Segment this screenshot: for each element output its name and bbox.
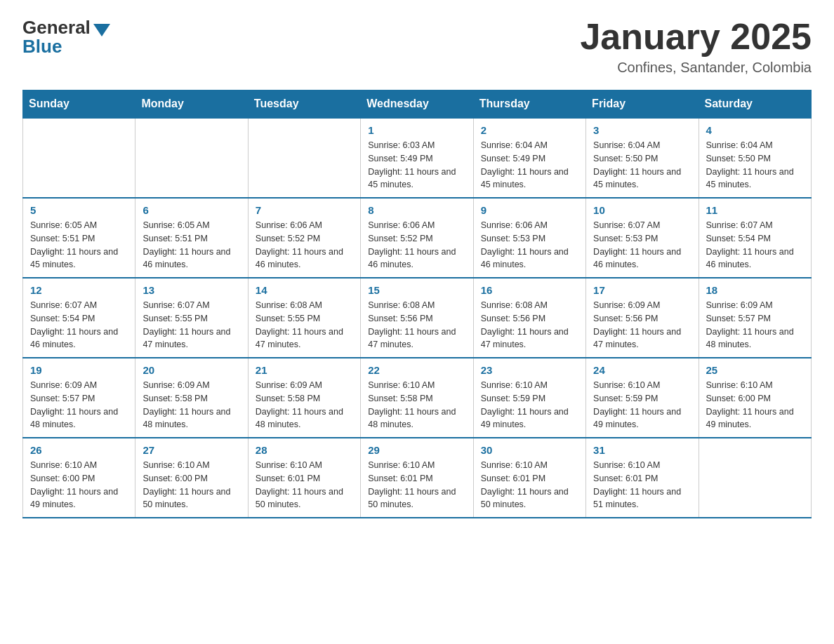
day-info: Sunrise: 6:10 AM Sunset: 6:01 PM Dayligh… [256, 459, 353, 511]
day-info: Sunrise: 6:10 AM Sunset: 6:00 PM Dayligh… [143, 459, 240, 511]
calendar-cell: 12Sunrise: 6:07 AM Sunset: 5:54 PM Dayli… [23, 278, 135, 358]
calendar-week-row: 26Sunrise: 6:10 AM Sunset: 6:00 PM Dayli… [23, 438, 812, 518]
day-info: Sunrise: 6:09 AM Sunset: 5:56 PM Dayligh… [593, 299, 691, 351]
calendar-cell: 3Sunrise: 6:04 AM Sunset: 5:50 PM Daylig… [586, 118, 699, 198]
weekday-header-tuesday: Tuesday [248, 90, 360, 119]
day-number: 20 [143, 364, 240, 376]
day-number: 30 [481, 444, 578, 456]
day-number: 17 [593, 284, 691, 296]
day-number: 27 [143, 444, 240, 456]
logo-triangle-icon [93, 24, 110, 36]
day-info: Sunrise: 6:08 AM Sunset: 5:56 PM Dayligh… [368, 299, 465, 351]
day-number: 7 [256, 204, 353, 216]
day-info: Sunrise: 6:05 AM Sunset: 5:51 PM Dayligh… [30, 219, 128, 271]
day-number: 15 [368, 284, 465, 296]
day-number: 6 [143, 204, 240, 216]
calendar-cell: 22Sunrise: 6:10 AM Sunset: 5:58 PM Dayli… [361, 358, 473, 438]
day-number: 29 [368, 444, 465, 456]
calendar-cell [699, 438, 811, 518]
day-info: Sunrise: 6:07 AM Sunset: 5:54 PM Dayligh… [30, 299, 128, 351]
day-info: Sunrise: 6:07 AM Sunset: 5:53 PM Dayligh… [593, 219, 691, 271]
day-number: 14 [256, 284, 353, 296]
day-number: 12 [30, 284, 128, 296]
calendar-cell: 31Sunrise: 6:10 AM Sunset: 6:01 PM Dayli… [586, 438, 699, 518]
calendar-cell: 7Sunrise: 6:06 AM Sunset: 5:52 PM Daylig… [248, 198, 360, 278]
calendar-cell: 5Sunrise: 6:05 AM Sunset: 5:51 PM Daylig… [23, 198, 135, 278]
day-info: Sunrise: 6:10 AM Sunset: 5:59 PM Dayligh… [593, 379, 691, 431]
day-number: 19 [30, 364, 128, 376]
calendar-cell [23, 118, 135, 198]
calendar-cell: 11Sunrise: 6:07 AM Sunset: 5:54 PM Dayli… [699, 198, 811, 278]
calendar-cell: 18Sunrise: 6:09 AM Sunset: 5:57 PM Dayli… [699, 278, 811, 358]
day-info: Sunrise: 6:07 AM Sunset: 5:55 PM Dayligh… [143, 299, 240, 351]
calendar-cell: 4Sunrise: 6:04 AM Sunset: 5:50 PM Daylig… [699, 118, 811, 198]
calendar-cell: 6Sunrise: 6:05 AM Sunset: 5:51 PM Daylig… [135, 198, 248, 278]
calendar-cell: 25Sunrise: 6:10 AM Sunset: 6:00 PM Dayli… [699, 358, 811, 438]
calendar-cell: 24Sunrise: 6:10 AM Sunset: 5:59 PM Dayli… [586, 358, 699, 438]
calendar-cell: 23Sunrise: 6:10 AM Sunset: 5:59 PM Dayli… [473, 358, 585, 438]
day-number: 21 [256, 364, 353, 376]
day-number: 13 [143, 284, 240, 296]
calendar-cell [135, 118, 248, 198]
day-number: 5 [30, 204, 128, 216]
day-info: Sunrise: 6:10 AM Sunset: 6:00 PM Dayligh… [706, 379, 804, 431]
day-number: 28 [256, 444, 353, 456]
calendar-cell: 27Sunrise: 6:10 AM Sunset: 6:00 PM Dayli… [135, 438, 248, 518]
day-info: Sunrise: 6:03 AM Sunset: 5:49 PM Dayligh… [368, 139, 465, 192]
day-number: 16 [481, 284, 578, 296]
day-info: Sunrise: 6:06 AM Sunset: 5:52 PM Dayligh… [368, 219, 465, 271]
day-info: Sunrise: 6:09 AM Sunset: 5:57 PM Dayligh… [30, 379, 128, 431]
calendar-cell: 17Sunrise: 6:09 AM Sunset: 5:56 PM Dayli… [586, 278, 699, 358]
day-info: Sunrise: 6:04 AM Sunset: 5:50 PM Dayligh… [593, 139, 691, 192]
calendar-cell: 29Sunrise: 6:10 AM Sunset: 6:01 PM Dayli… [361, 438, 473, 518]
day-info: Sunrise: 6:08 AM Sunset: 5:55 PM Dayligh… [256, 299, 353, 351]
calendar-cell: 9Sunrise: 6:06 AM Sunset: 5:53 PM Daylig… [473, 198, 585, 278]
calendar-table: SundayMondayTuesdayWednesdayThursdayFrid… [22, 90, 812, 518]
title-section: January 2025 Confines, Santander, Colomb… [580, 17, 812, 76]
calendar-cell [248, 118, 360, 198]
weekday-header-sunday: Sunday [23, 90, 135, 119]
day-info: Sunrise: 6:04 AM Sunset: 5:50 PM Dayligh… [706, 139, 804, 192]
day-number: 24 [593, 364, 691, 376]
day-info: Sunrise: 6:10 AM Sunset: 6:00 PM Dayligh… [30, 459, 128, 511]
calendar-cell: 13Sunrise: 6:07 AM Sunset: 5:55 PM Dayli… [135, 278, 248, 358]
day-number: 9 [481, 204, 578, 216]
day-info: Sunrise: 6:10 AM Sunset: 5:59 PM Dayligh… [481, 379, 578, 431]
day-info: Sunrise: 6:09 AM Sunset: 5:58 PM Dayligh… [143, 379, 240, 431]
day-number: 2 [481, 124, 578, 136]
day-info: Sunrise: 6:09 AM Sunset: 5:58 PM Dayligh… [256, 379, 353, 431]
day-info: Sunrise: 6:07 AM Sunset: 5:54 PM Dayligh… [706, 219, 804, 271]
day-number: 1 [368, 124, 465, 136]
day-number: 3 [593, 124, 691, 136]
page-header: General Blue January 2025 Confines, Sant… [22, 17, 812, 76]
day-info: Sunrise: 6:05 AM Sunset: 5:51 PM Dayligh… [143, 219, 240, 271]
calendar-cell: 20Sunrise: 6:09 AM Sunset: 5:58 PM Dayli… [135, 358, 248, 438]
logo-blue-text: Blue [22, 36, 62, 58]
day-number: 22 [368, 364, 465, 376]
day-info: Sunrise: 6:10 AM Sunset: 5:58 PM Dayligh… [368, 379, 465, 431]
calendar-cell: 14Sunrise: 6:08 AM Sunset: 5:55 PM Dayli… [248, 278, 360, 358]
calendar-cell: 10Sunrise: 6:07 AM Sunset: 5:53 PM Dayli… [586, 198, 699, 278]
calendar-week-row: 12Sunrise: 6:07 AM Sunset: 5:54 PM Dayli… [23, 278, 812, 358]
calendar-week-row: 19Sunrise: 6:09 AM Sunset: 5:57 PM Dayli… [23, 358, 812, 438]
calendar-cell: 2Sunrise: 6:04 AM Sunset: 5:49 PM Daylig… [473, 118, 585, 198]
day-number: 25 [706, 364, 804, 376]
calendar-cell: 26Sunrise: 6:10 AM Sunset: 6:00 PM Dayli… [23, 438, 135, 518]
calendar-cell: 21Sunrise: 6:09 AM Sunset: 5:58 PM Dayli… [248, 358, 360, 438]
calendar-week-row: 1Sunrise: 6:03 AM Sunset: 5:49 PM Daylig… [23, 118, 812, 198]
calendar-subtitle: Confines, Santander, Colombia [580, 60, 812, 76]
day-number: 11 [706, 204, 804, 216]
day-number: 8 [368, 204, 465, 216]
calendar-week-row: 5Sunrise: 6:05 AM Sunset: 5:51 PM Daylig… [23, 198, 812, 278]
calendar-cell: 16Sunrise: 6:08 AM Sunset: 5:56 PM Dayli… [473, 278, 585, 358]
day-number: 4 [706, 124, 804, 136]
day-number: 31 [593, 444, 691, 456]
weekday-header-thursday: Thursday [473, 90, 585, 119]
calendar-title: January 2025 [580, 17, 812, 57]
day-info: Sunrise: 6:08 AM Sunset: 5:56 PM Dayligh… [481, 299, 578, 351]
day-number: 26 [30, 444, 128, 456]
weekday-header-wednesday: Wednesday [361, 90, 473, 119]
day-number: 23 [481, 364, 578, 376]
weekday-header-row: SundayMondayTuesdayWednesdayThursdayFrid… [23, 90, 812, 119]
calendar-cell: 8Sunrise: 6:06 AM Sunset: 5:52 PM Daylig… [361, 198, 473, 278]
